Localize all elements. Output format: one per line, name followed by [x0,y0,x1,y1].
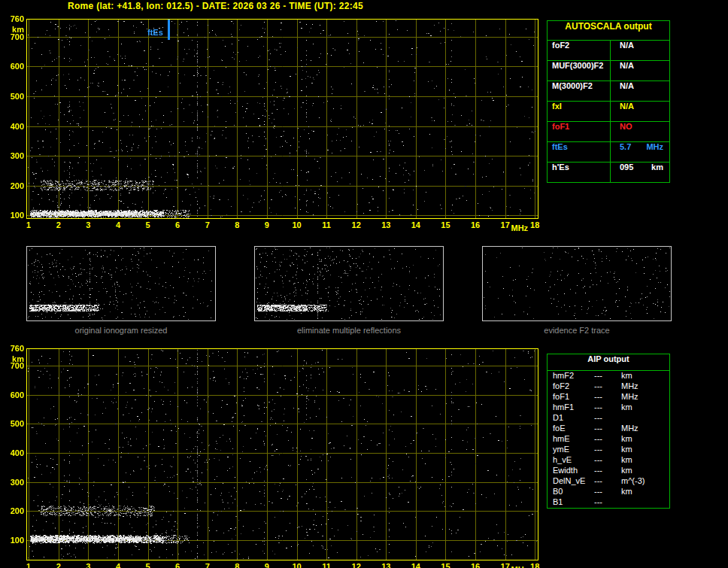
y-tick-760: 760 [5,14,24,23]
autoscala-ionogram-canvas [26,19,538,219]
parameter-unit: MHz [621,392,669,402]
x-tick-6: 6 [169,562,186,568]
parameter-value: --- [594,424,621,434]
aip-row-b0: B0---km [548,487,669,497]
value-text: N/A [620,81,634,101]
aip-row-foe: foE---MHz [548,424,669,434]
parameter-value: --- [594,445,621,455]
y-tick-100: 100 [5,211,24,220]
parameter-value: --- [594,487,621,497]
page-title: Rome (lat: +41.8, lon: 012.5) - DATE: 20… [68,1,363,11]
y-tick-500: 500 [5,92,24,101]
autoscala-row-fof2: foF2N/A [548,40,669,60]
parameter-label: h'Es [548,163,611,182]
x-tick-7: 7 [199,220,216,229]
parameter-unit: km [621,487,669,497]
value-text: N/A [620,102,634,121]
value-text: 5.7 [620,142,631,162]
x-tick-9: 9 [259,562,275,568]
autoscala-row-fof1: foF1NO [548,121,669,141]
parameter-label: hmF2 [548,371,594,381]
thumbnail-caption-original: original ionogram resized [26,326,216,335]
x-tick-12: 12 [348,562,365,568]
x-tick-11: 11 [318,220,335,229]
x-tick-14: 14 [408,562,424,568]
value-text: NO [620,122,632,141]
y-tick-500: 500 [5,419,24,428]
parameter-unit: km [621,445,669,455]
x-tick-10: 10 [289,220,305,229]
aip-ionogram-canvas [26,348,538,560]
x-tick-3: 3 [80,562,96,568]
x-tick-18: 18 [526,562,543,568]
x-tick-10: 10 [289,562,305,568]
parameter-value: --- [594,434,621,445]
value-unit: km [651,163,663,182]
x-tick-1: 1 [20,220,37,229]
y-tick-300: 300 [5,151,24,160]
parameter-value: --- [594,402,621,413]
aip-row-d1: D1--- [548,413,669,424]
value-text: N/A [620,61,634,80]
parameter-value: N/A [611,61,669,80]
y-tick-760: 760 [5,344,24,353]
parameter-label: hmF1 [548,402,594,413]
y-axis-unit-km: km [5,354,24,363]
y-tick-400: 400 [5,448,24,457]
x-axis-unit-mhz: MHz [511,565,528,568]
thumbnail-evidence-f2-trace [482,246,672,321]
value-text: N/A [620,41,634,60]
ftes-annotation-label: ftEs [147,28,163,37]
parameter-label: M(3000)F2 [548,81,611,101]
parameter-unit: km [621,466,669,476]
parameter-unit [621,413,669,424]
parameter-value: --- [594,381,621,392]
x-tick-4: 4 [110,562,126,568]
x-tick-13: 13 [378,220,394,229]
parameter-label: Ewidth [548,466,594,476]
value-unit: MHz [646,142,663,162]
parameter-label: ymE [548,445,594,455]
parameter-label: h_vE [548,455,594,466]
x-tick-15: 15 [437,562,453,568]
parameter-value: N/A [611,41,669,60]
parameter-label: ftEs [548,142,611,162]
parameter-label: B0 [548,487,594,497]
x-tick-12: 12 [348,220,365,229]
thumbnail-caption-eliminate: eliminate multiple reflections [254,326,444,335]
x-tick-2: 2 [50,220,67,229]
autoscala-row-muf3000f2: MUF(3000)F2N/A [548,60,669,80]
parameter-value: N/A [611,81,669,101]
parameter-unit: km [621,434,669,445]
x-tick-8: 8 [229,220,245,229]
parameter-label: foF1 [548,392,594,402]
autoscala-screen: Rome (lat: +41.8, lon: 012.5) - DATE: 20… [0,0,728,568]
parameter-unit: km [621,455,669,466]
parameter-value: --- [594,476,621,487]
aip-row-hme: hmE---km [548,434,669,445]
aip-row-hmf1: hmF1---km [548,402,669,413]
autoscala-table-title: AUTOSCALA output [548,21,669,40]
parameter-value: --- [594,392,621,402]
aip-row-b1: B1--- [548,497,669,508]
parameter-value: --- [594,466,621,476]
parameter-label: D1 [548,413,594,424]
x-tick-3: 3 [80,220,96,229]
autoscala-row-hes: h'Es095km [548,162,669,182]
parameter-label: foE [548,424,594,434]
autoscala-row-m3000f2: M(3000)F2N/A [548,80,669,101]
x-tick-14: 14 [408,220,424,229]
x-tick-4: 4 [110,220,126,229]
x-tick-11: 11 [318,562,335,568]
parameter-label: fxI [548,102,611,121]
x-tick-16: 16 [467,562,484,568]
autoscala-table-rows: foF2N/AMUF(3000)F2N/AM(3000)F2N/AfxIN/Af… [548,40,669,182]
x-tick-2: 2 [50,562,67,568]
y-tick-200: 200 [5,181,24,190]
parameter-value: N/A [611,102,669,121]
parameter-unit: km [621,371,669,381]
x-tick-13: 13 [378,562,394,568]
aip-row-hve: h_vE---km [548,455,669,466]
parameter-value: 5.7MHz [611,142,669,162]
parameter-label: foF2 [548,381,594,392]
